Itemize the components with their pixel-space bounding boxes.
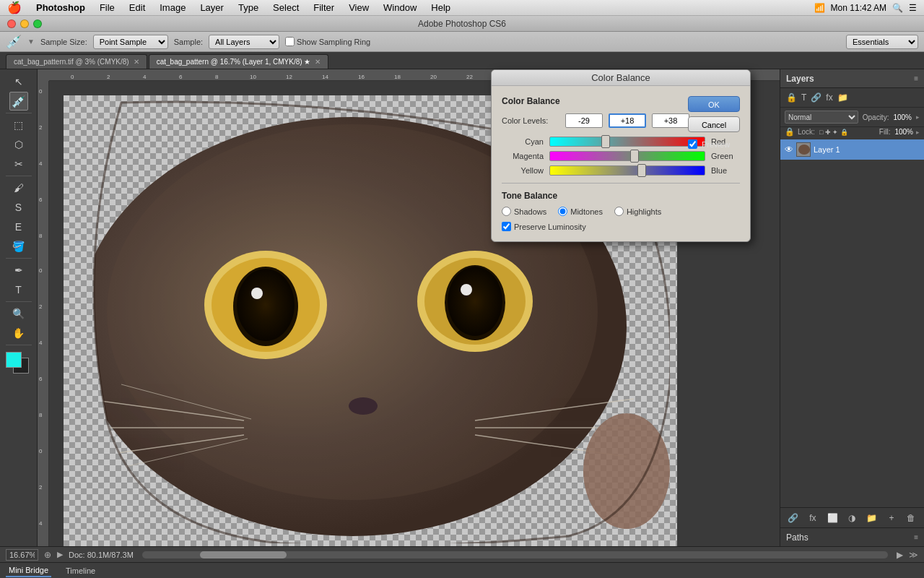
delete-layer-icon[interactable]: 🗑 <box>904 513 918 523</box>
menu-filter[interactable]: Filter <box>306 0 341 15</box>
eyedropper-tool[interactable]: 💉 <box>9 92 28 111</box>
shadows-radio[interactable] <box>502 207 511 216</box>
menu-image[interactable]: Image <box>152 0 193 15</box>
magenta-green-slider-row: Magenta Green <box>502 151 740 161</box>
panel-expand-icon[interactable]: ≫ <box>909 550 918 560</box>
preview-checkbox[interactable] <box>688 139 697 149</box>
maximize-button[interactable] <box>33 20 42 28</box>
color-level-3-input[interactable]: +38 <box>652 113 689 128</box>
paths-title: Paths <box>786 532 808 543</box>
fill-arrow[interactable]: ▸ <box>916 129 920 136</box>
color-swatches[interactable] <box>6 352 32 375</box>
doc-tab-1-label: cat_bag_pattern.tif @ 3% (CMYK/8) <box>14 58 129 66</box>
shadows-radio-label[interactable]: Shadows <box>502 207 546 216</box>
doc-tab-2-close[interactable]: ✕ <box>315 58 321 66</box>
timeline-tab[interactable]: Timeline <box>63 565 98 577</box>
paint-bucket-tool[interactable]: 🪣 <box>9 237 28 256</box>
crop-tool[interactable]: ✂ <box>9 155 28 173</box>
layers-panel-options-icon[interactable]: ≡ <box>914 74 918 82</box>
menu-select[interactable]: Select <box>266 0 306 15</box>
zoom-fit-icon[interactable]: ⊕ <box>44 550 51 560</box>
yellow-blue-slider[interactable] <box>549 165 705 176</box>
scrollbar-thumb[interactable] <box>200 551 287 558</box>
menu-window[interactable]: Window <box>376 0 424 15</box>
options-bar: 💉 ▼ Sample Size: Point Sample 3 by 3 Ave… <box>0 32 924 52</box>
minimize-button[interactable] <box>20 20 29 28</box>
show-sampling-checkbox[interactable] <box>285 37 295 46</box>
foreground-color-swatch[interactable] <box>6 352 22 368</box>
document-tabs: cat_bag_pattern.tif @ 3% (CMYK/8) ✕ cat_… <box>0 52 924 69</box>
lasso-tool[interactable]: ⬡ <box>9 135 28 154</box>
menu-help[interactable]: Help <box>424 0 458 15</box>
menu-edit[interactable]: Edit <box>122 0 152 15</box>
ok-button[interactable]: OK <box>688 96 740 112</box>
doc-tab-1-close[interactable]: ✕ <box>134 58 139 66</box>
magenta-label: Magenta <box>502 152 544 160</box>
link-icon[interactable]: 🔗 <box>809 91 823 104</box>
sample-select[interactable]: All Layers Current Layer <box>209 35 279 49</box>
color-level-1-input[interactable]: -29 <box>565 113 603 128</box>
dialog-body: OK Cancel Preview Color Balance Color Le… <box>492 86 750 241</box>
zoom-input[interactable]: 16.67% <box>6 549 38 561</box>
search-icon[interactable]: 🔍 <box>892 3 903 13</box>
new-adjustment-icon[interactable]: ◑ <box>845 513 859 523</box>
highlights-radio-label[interactable]: Highlights <box>614 207 661 216</box>
add-style-icon[interactable]: fx <box>824 91 834 104</box>
status-arrow[interactable]: ▶ <box>57 550 63 559</box>
doc-tab-2-label: cat_bag_pattern @ 16.7% (Layer 1, CMYK/8… <box>157 58 311 66</box>
doc-tab-2[interactable]: cat_bag_pattern @ 16.7% (Layer 1, CMYK/8… <box>149 54 329 69</box>
new-group-icon[interactable]: 📁 <box>836 91 850 104</box>
midtones-radio-label[interactable]: Midtones <box>558 207 603 216</box>
workspace-select[interactable]: Essentials <box>846 35 918 49</box>
move-tool[interactable]: ↖ <box>9 72 28 91</box>
marquee-tool[interactable]: ⬚ <box>9 116 28 134</box>
highlights-radio[interactable] <box>614 207 624 216</box>
midtones-radio[interactable] <box>558 207 567 216</box>
eraser-tool[interactable]: E <box>9 217 28 236</box>
blend-mode-select[interactable]: Normal Multiply Screen <box>785 111 858 124</box>
layer-visibility-icon[interactable]: 👁 <box>785 144 793 155</box>
preserve-luminosity-label[interactable]: Preserve Luminosity <box>502 222 740 231</box>
add-mask-icon[interactable]: ⬜ <box>825 513 840 523</box>
menu-photoshop[interactable]: Photoshop <box>29 0 92 15</box>
text-tool[interactable]: T <box>9 280 28 299</box>
brush-tool[interactable]: 🖌 <box>9 178 28 197</box>
mini-bridge-tab[interactable]: Mini Bridge <box>6 564 51 577</box>
menu-file[interactable]: File <box>92 0 122 15</box>
color-level-2-input[interactable]: +18 <box>609 113 646 128</box>
menu-view[interactable]: View <box>341 0 376 15</box>
layer-filter-icon[interactable]: T <box>800 91 808 104</box>
magenta-green-slider[interactable] <box>549 151 705 161</box>
link-layers-icon[interactable]: 🔗 <box>786 513 801 523</box>
menu-bar: 🍎 Photoshop File Edit Image Layer Type S… <box>0 0 924 16</box>
tone-section-title: Tone Balance <box>502 191 740 201</box>
close-button[interactable] <box>7 20 16 28</box>
new-group-footer-icon[interactable]: 📁 <box>865 513 879 523</box>
menu-layer[interactable]: Layer <box>193 0 231 15</box>
path-tool[interactable]: ✒ <box>9 261 28 280</box>
add-style-footer-icon[interactable]: fx <box>806 513 820 523</box>
sample-size-select[interactable]: Point Sample 3 by 3 Average 5 by 5 Avera… <box>93 35 168 49</box>
hand-tool[interactable]: ✋ <box>9 324 28 342</box>
doc-tab-1[interactable]: cat_bag_pattern.tif @ 3% (CMYK/8) ✕ <box>6 54 147 69</box>
scroll-right-icon[interactable]: ▶ <box>897 550 903 560</box>
horizontal-scrollbar[interactable] <box>142 551 888 558</box>
cyan-red-slider[interactable] <box>549 137 705 147</box>
show-sampling-label[interactable]: Show Sampling Ring <box>285 37 370 46</box>
dialog-title: Color Balance <box>591 72 650 83</box>
cancel-button[interactable]: Cancel <box>688 116 740 132</box>
eyedropper-tool-icon[interactable]: 💉 <box>6 34 22 50</box>
paths-options-icon[interactable]: ≡ <box>914 533 918 541</box>
apple-menu[interactable]: 🍎 <box>0 1 29 14</box>
opacity-arrow[interactable]: ▸ <box>916 113 920 121</box>
lock-icon[interactable]: 🔒 <box>785 127 795 137</box>
preserve-luminosity-checkbox[interactable] <box>502 222 511 231</box>
clone-tool[interactable]: S <box>9 198 28 217</box>
zoom-tool[interactable]: 🔍 <box>9 304 28 323</box>
new-layer-icon[interactable]: + <box>884 513 899 523</box>
lock-label: Lock: <box>798 128 815 136</box>
layer-item-1[interactable]: 👁 Layer 1 <box>780 139 924 160</box>
menu-extras-icon[interactable]: ☰ <box>909 3 917 13</box>
menu-type[interactable]: Type <box>231 0 266 15</box>
lock-all-icon[interactable]: 🔒 <box>785 91 798 104</box>
